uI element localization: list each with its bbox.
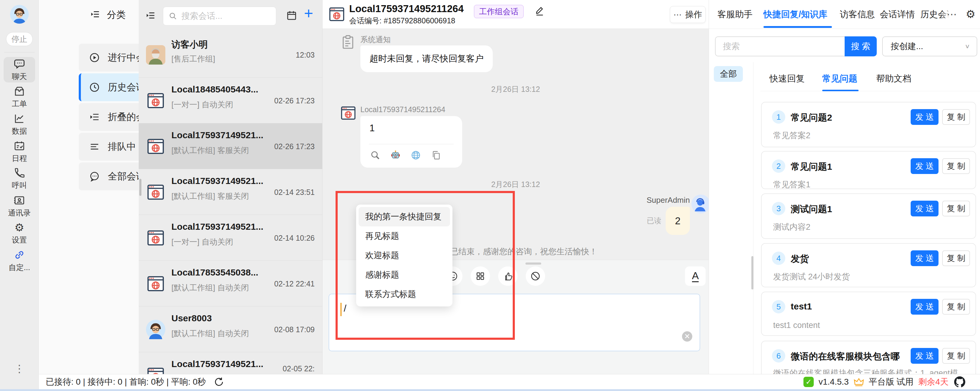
conversation-name: Local175937149521... (172, 130, 264, 140)
conversation-search[interactable] (163, 7, 276, 26)
panel-gear-icon[interactable]: ⚙ (966, 8, 975, 21)
copy-button[interactable]: 复 制 (942, 251, 970, 266)
quick-reply-option[interactable]: 再见标题 (359, 227, 450, 246)
conversation-item-selected[interactable]: Local175937149521... [默认工作组] 客服关闭 02-26 … (139, 123, 323, 169)
globe-icon[interactable] (410, 150, 421, 160)
inner-tab-help-docs[interactable]: 帮助文档 (876, 73, 911, 85)
right-panel: 客服助手 快捷回复/知识库 访客信息 会话详情 历史会话 ⋯ ⚙ 搜 索 按创建… (709, 0, 980, 374)
web-visitor-avatar (146, 137, 165, 156)
sort-dropdown[interactable]: 按创建... ∨ (882, 37, 977, 56)
resize-handle[interactable] (525, 262, 541, 265)
copy-button[interactable]: 复 制 (942, 109, 970, 125)
refresh-icon[interactable] (214, 377, 224, 387)
rail-item-call[interactable]: 呼叫 (4, 166, 35, 192)
faq-number-badge: 6 (772, 349, 785, 362)
faq-card: 1 常见问题2 发 送 复 制 常见答案2 (761, 102, 976, 147)
rail-item-tickets[interactable]: 工单 (4, 84, 35, 110)
send-button[interactable]: 发 送 (911, 201, 939, 216)
send-button[interactable]: 发 送 (911, 158, 939, 174)
send-button[interactable]: 发 送 (911, 348, 939, 364)
panel-divider (753, 62, 754, 374)
rail-item-data[interactable]: 数据 (4, 112, 35, 137)
robot-icon[interactable] (390, 150, 401, 160)
my-avatar[interactable] (10, 5, 29, 24)
collapse-icon[interactable] (145, 10, 156, 21)
tab-quick-reply-kb[interactable]: 快捷回复/知识库 (764, 8, 827, 21)
more-vertical-icon[interactable]: ⋮ (0, 362, 39, 375)
scrollbar-thumb[interactable] (751, 256, 754, 289)
apps-grid-button[interactable] (471, 267, 490, 286)
quick-reply-option[interactable]: 我的第一条快捷回复 (359, 207, 450, 227)
bubble-divider (369, 144, 453, 144)
quick-reply-option[interactable]: 联系方式标题 (359, 285, 450, 304)
agent-stats: 已接待: 0 | 接待中: 0 | 首响: 0秒 | 平响: 0秒 (46, 376, 206, 388)
copy-icon[interactable] (431, 150, 441, 160)
conversation-item[interactable]: Local18485405443... [一对一] 自动关闭 02-26 17:… (139, 78, 323, 123)
clear-input-icon[interactable]: ✕ (682, 331, 692, 342)
indent-icon[interactable] (90, 9, 100, 19)
copy-button[interactable]: 复 制 (942, 348, 970, 364)
rail-item-settings[interactable]: ⚙ 设置 (4, 221, 35, 246)
edit-pencil-icon[interactable] (535, 6, 545, 16)
kb-search-box[interactable] (715, 37, 845, 56)
conversation-item[interactable]: Local17853545038... [默认工作组] 自动关闭 02-12 2… (139, 261, 323, 306)
queue-lines-icon (89, 141, 100, 152)
conversation-item[interactable]: Local175937149521... [一对一] 自动关闭 02-14 10… (139, 215, 323, 261)
ticket-icon (14, 86, 25, 97)
chat-panel: Local1759371495211264 工作组会话 会话编号: #18579… (323, 0, 709, 374)
rail-item-schedule[interactable]: 日程 (4, 139, 35, 164)
agent-message-bubble: 2 (666, 207, 690, 235)
chat-visitor-avatar (328, 5, 345, 23)
rail-item-custom-link[interactable]: 自定... (4, 248, 35, 273)
actions-button[interactable]: ⋯ 操作 (670, 6, 706, 23)
thumbs-up-button[interactable] (498, 267, 517, 286)
send-button[interactable]: 发 送 (911, 109, 939, 125)
inner-tab-quick-reply[interactable]: 快速回复 (770, 73, 805, 85)
conversation-name: Local18485405443... (172, 84, 258, 94)
category-panel: 分类 ⚙ 进行中会话 历史会话 折叠的会话 排队中 全部会话 (39, 0, 139, 374)
stop-button[interactable]: 停止 (6, 32, 33, 46)
copy-button[interactable]: 复 制 (942, 299, 970, 314)
inner-tab-faq[interactable]: 常见问题 (822, 73, 858, 85)
clock-icon (89, 82, 100, 93)
copy-button[interactable]: 复 制 (942, 158, 970, 174)
search-icon (169, 12, 177, 20)
status-bar: 已接待: 0 | 接待中: 0 | 首响: 0秒 | 平响: 0秒 ✓ v1.4… (39, 374, 980, 389)
tab-assistant[interactable]: 客服助手 (718, 8, 752, 21)
translate-button[interactable]: A (685, 267, 706, 286)
send-button[interactable]: 发 送 (911, 251, 939, 266)
new-conversation-icon[interactable]: + (304, 5, 313, 21)
conversation-item[interactable]: 访客小明 [售后工作组] 12:03 (139, 32, 323, 78)
rail-item-label: 聊天 (12, 72, 27, 81)
github-icon[interactable] (953, 375, 966, 388)
quick-reply-option[interactable]: 感谢标题 (359, 265, 450, 285)
tab-visitor-info[interactable]: 访客信息 (840, 8, 875, 21)
faq-title: 测试问题1 (791, 203, 832, 215)
search-message-icon[interactable] (370, 150, 380, 160)
conversation-search-input[interactable] (181, 11, 266, 21)
category-title: 分类 (107, 8, 126, 21)
block-button[interactable] (526, 267, 545, 286)
conversation-name: Local175937149521... (172, 176, 264, 186)
kb-search-input[interactable] (723, 41, 835, 51)
conversation-item[interactable]: Local175937149521... 02-05 22: (139, 352, 323, 374)
more-tabs-icon[interactable]: ⋯ (947, 8, 957, 20)
rail-item-contacts[interactable]: 通讯录 (4, 193, 35, 219)
active-tab-underline (764, 26, 832, 28)
trial-remaining: 剩余4天 (918, 376, 948, 388)
filter-all-tag[interactable]: 全部 (714, 66, 743, 82)
conversation-item[interactable]: User8003 [默认工作组] 自动关闭 02-08 17:09 (139, 306, 323, 352)
quick-reply-option[interactable]: 欢迎标题 (359, 246, 450, 265)
kb-search-button[interactable]: 搜 索 (845, 37, 877, 56)
calendar-icon[interactable] (286, 10, 298, 21)
faq-number-badge: 2 (772, 160, 785, 173)
conversation-panel: + 访客小明 [售后工作组] 12:03 Local18485405443...… (139, 0, 323, 374)
tab-session-detail[interactable]: 会话详情 (880, 8, 915, 21)
rail-item-label: 通讯录 (8, 208, 31, 218)
copy-button[interactable]: 复 制 (942, 201, 970, 216)
rail-item-chat[interactable]: 聊天 (4, 57, 35, 83)
conversation-item[interactable]: Local175937149521... [默认工作组] 客服关闭 02-14 … (139, 169, 323, 215)
send-button[interactable]: 发 送 (911, 299, 939, 314)
read-status: 已读 (647, 216, 662, 225)
faq-card: 6 微语的在线客服模块包含哪... 发 送 复 制 微语的在线客服模块包含三种服… (761, 341, 976, 374)
